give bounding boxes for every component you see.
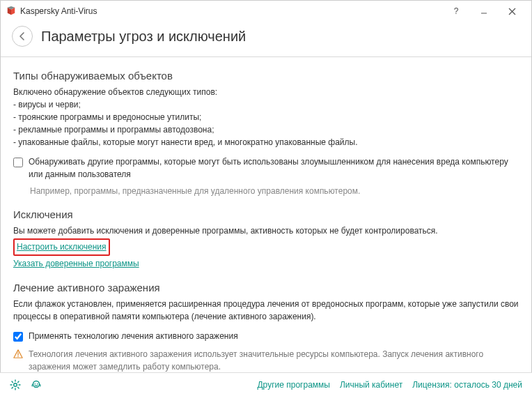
configure-exclusions-highlight: Настроить исключения <box>13 238 110 256</box>
svg-line-15 <box>12 381 13 382</box>
svg-point-9 <box>17 356 19 358</box>
footer: Другие программы Личный кабинет Лицензия… <box>0 372 532 396</box>
active-treatment-label: Применять технологию лечения активного з… <box>29 330 519 342</box>
section-title-types: Типы обнаруживаемых объектов <box>13 70 519 82</box>
section-title-active: Лечение активного заражения <box>13 282 519 294</box>
types-bullet: - упакованные файлы, которые могут нанес… <box>13 136 519 148</box>
minimize-button[interactable] <box>470 1 498 22</box>
section-title-exclusions: Исключения <box>13 208 519 220</box>
close-button[interactable] <box>498 1 526 22</box>
svg-text:?: ? <box>454 7 459 15</box>
types-bullet: - троянские программы и вредоносные утил… <box>13 111 519 123</box>
footer-license[interactable]: Лицензия: осталось 30 дней <box>412 380 522 390</box>
svg-point-21 <box>37 383 38 384</box>
detect-other-label: Обнаруживать другие программы, которые м… <box>29 155 519 181</box>
titlebar: Kaspersky Anti-Virus ? <box>1 1 531 22</box>
content: Типы обнаруживаемых объектов Включено об… <box>1 56 531 377</box>
svg-line-16 <box>18 387 19 388</box>
app-name: Kaspersky Anti-Virus <box>20 6 97 16</box>
detect-other-hint: Например, программы, предназначенные для… <box>30 185 519 197</box>
exclusions-intro: Вы можете добавить исключения и доверенн… <box>13 224 519 237</box>
help-button[interactable]: ? <box>442 1 470 22</box>
app-logo-icon <box>6 6 16 16</box>
types-bullet: - вирусы и черви; <box>13 98 519 111</box>
active-intro: Если флажок установлен, применяется расш… <box>13 298 519 323</box>
types-bullet: - рекламные программы и программы автодо… <box>13 123 519 136</box>
footer-account[interactable]: Личный кабинет <box>340 380 402 390</box>
detect-other-row: Обнаруживать другие программы, которые м… <box>13 155 519 181</box>
svg-line-17 <box>18 381 19 382</box>
active-warning-text: Технология лечения активного заражения и… <box>29 348 519 373</box>
active-treatment-checkbox[interactable] <box>13 332 23 342</box>
svg-point-20 <box>35 383 36 384</box>
warning-icon <box>13 349 23 359</box>
active-warning-row: Технология лечения активного заражения и… <box>13 348 519 373</box>
page-title: Параметры угроз и исключений <box>41 29 246 45</box>
types-intro: Включено обнаружение объектов следующих … <box>13 86 519 98</box>
header: Параметры угроз и исключений <box>1 22 531 56</box>
back-button[interactable] <box>12 26 33 47</box>
footer-other-programs[interactable]: Другие программы <box>257 380 329 390</box>
active-treatment-row: Применять технологию лечения активного з… <box>13 330 519 342</box>
svg-line-18 <box>12 387 13 388</box>
trusted-programs-link[interactable]: Указать доверенные программы <box>13 257 139 271</box>
configure-exclusions-link[interactable]: Настроить исключения <box>17 241 107 254</box>
settings-icon[interactable] <box>10 379 21 390</box>
support-icon[interactable] <box>31 379 42 390</box>
svg-point-19 <box>33 381 40 387</box>
detect-other-checkbox[interactable] <box>13 158 23 167</box>
svg-point-10 <box>14 383 17 386</box>
